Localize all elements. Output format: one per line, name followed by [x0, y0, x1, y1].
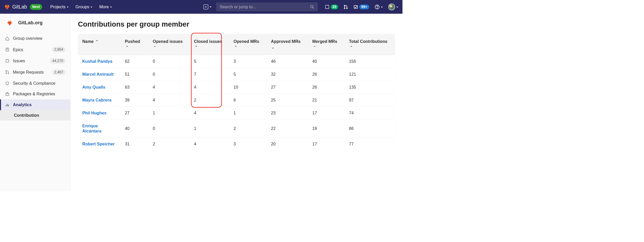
sidebar-nav: Group overviewEpics2,654Issues44,270Merg…: [0, 32, 70, 122]
col-header-name[interactable]: Name ⌃: [78, 34, 121, 55]
sidebar-item-epics[interactable]: Epics2,654: [0, 44, 70, 55]
brand-area[interactable]: GitLab Next: [4, 4, 42, 10]
table-row: Mayra Cabrera39426252197: [78, 94, 395, 107]
cell-total: 97: [345, 94, 395, 107]
sidebar-item-analytics[interactable]: Analytics: [0, 99, 70, 110]
svg-point-5: [346, 8, 347, 9]
group-avatar: [5, 18, 15, 28]
col-header-merged-mrs[interactable]: Merged MRs ⌃: [308, 34, 345, 55]
top-nav: Projects Groups More: [50, 4, 112, 9]
svg-line-1: [313, 7, 314, 9]
member-link[interactable]: Marcel Amirault: [82, 72, 113, 77]
member-link[interactable]: Phil Hughes: [82, 111, 107, 115]
chart-icon: [5, 103, 10, 107]
issues-icon: [5, 59, 10, 63]
topbar-right: 25 99+: [325, 3, 398, 10]
cell-opened-mrs: 1: [229, 107, 267, 120]
shell: GitLab.org Group overviewEpics2,654Issue…: [0, 14, 403, 191]
cell-approved-mrs: 32: [267, 68, 308, 81]
sidebar-item-count: 44,270: [50, 58, 66, 64]
cell-closed-issues: 4: [190, 81, 229, 94]
col-header-pushed[interactable]: Pushed ⌃: [121, 34, 149, 55]
member-link[interactable]: Enrique Alcántara: [82, 123, 101, 133]
cell-total: 74: [345, 107, 395, 120]
sidebar-item-issues[interactable]: Issues44,270: [0, 55, 70, 67]
member-link[interactable]: Mayra Cabrera: [82, 98, 111, 103]
col-header-opened-issues[interactable]: Opened issues ⌃: [148, 34, 190, 55]
cell-pushed: 63: [121, 81, 149, 94]
table-row: Amy Qualls6344102726135: [78, 81, 395, 94]
cell-approved-mrs: 27: [267, 81, 308, 94]
sidebar-item-security-compliance[interactable]: Security & Compliance: [0, 78, 70, 89]
sort-asc-icon: ⌃: [313, 45, 316, 50]
search-icon: [310, 5, 314, 9]
svg-point-13: [6, 71, 6, 71]
cell-opened-issues: 2: [148, 137, 190, 150]
cell-total: 77: [345, 137, 395, 150]
nav-projects[interactable]: Projects: [50, 4, 69, 9]
cell-name: Phil Hughes: [78, 107, 121, 120]
sidebar-item-merge-requests[interactable]: Merge Requests2,487: [0, 67, 70, 78]
sidebar-item-group-overview[interactable]: Group overview: [0, 33, 70, 44]
nav-more[interactable]: More: [99, 4, 112, 9]
cell-opened-mrs: 2: [229, 120, 267, 137]
cell-closed-issues: 4: [190, 137, 229, 150]
svg-point-3: [344, 5, 345, 6]
help-menu[interactable]: [375, 4, 383, 9]
mr-icon: [5, 70, 10, 74]
epic-icon: [5, 48, 10, 52]
member-link[interactable]: Amy Qualls: [82, 85, 105, 90]
cell-total: 135: [345, 81, 395, 94]
table-header-row: Name ⌃Pushed ⌃Opened issues ⌃Closed issu…: [78, 34, 395, 55]
new-menu[interactable]: ＋: [203, 4, 211, 10]
cell-name: Enrique Alcántara: [78, 120, 121, 137]
col-header-total-contributions[interactable]: Total Contributions ⌃: [345, 34, 395, 55]
avatar: [388, 3, 395, 10]
cell-approved-mrs: 23: [267, 107, 308, 120]
cell-merged-mrs: 17: [308, 107, 345, 120]
cell-opened-mrs: 3: [229, 55, 267, 68]
gitlab-logo-icon: [6, 20, 13, 26]
brand-text: GitLab: [12, 4, 27, 10]
cell-opened-issues: 4: [148, 94, 190, 107]
table-row: Phil Hughes27141231774: [78, 107, 395, 120]
cell-closed-issues: 2: [190, 94, 229, 107]
cell-name: Marcel Amirault: [78, 68, 121, 81]
group-header[interactable]: GitLab.org: [0, 14, 70, 32]
member-link[interactable]: Kushal Pandya: [82, 59, 112, 64]
member-link[interactable]: Robert Speicher: [82, 142, 115, 146]
issues-icon: [325, 5, 330, 9]
issues-count-badge: 25: [331, 4, 338, 9]
col-header-closed-issues[interactable]: Closed issues ⌃: [190, 34, 229, 55]
chevron-down-icon: [210, 4, 212, 10]
sidebar-item-label: Merge Requests: [13, 70, 49, 75]
sidebar: GitLab.org Group overviewEpics2,654Issue…: [0, 14, 71, 191]
col-header-opened-mrs[interactable]: Opened MRs ⌃: [229, 34, 267, 55]
cell-pushed: 39: [121, 94, 149, 107]
user-menu[interactable]: [388, 3, 398, 10]
search-input[interactable]: [219, 4, 308, 9]
svg-point-15: [8, 73, 9, 74]
mr-shortcut[interactable]: [344, 5, 348, 9]
gitlab-logo-icon: [4, 4, 10, 10]
sidebar-item-label: Security & Compliance: [13, 81, 65, 86]
cell-total: 86: [345, 120, 395, 137]
col-header-approved-mrs[interactable]: Approved MRs ⌄: [267, 34, 308, 55]
sidebar-item-packages-registries[interactable]: Packages & Registries: [0, 89, 70, 99]
cell-total: 121: [345, 68, 395, 81]
cell-merged-mrs: 26: [308, 68, 345, 81]
nav-groups[interactable]: Groups: [75, 4, 93, 9]
todos-shortcut[interactable]: 99+: [353, 4, 369, 9]
page-title: Contributions per group member: [78, 20, 395, 28]
table-row: Enrique Alcántara40012221986: [78, 120, 395, 137]
merge-request-icon: [344, 5, 348, 9]
svg-point-14: [6, 73, 6, 74]
sort-asc-icon: ⌃: [350, 45, 353, 50]
issues-shortcut[interactable]: 25: [325, 4, 338, 9]
sidebar-subitem-contribution[interactable]: Contribution: [0, 110, 70, 120]
topbar: GitLab Next Projects Groups More ＋ 25 99…: [0, 0, 403, 14]
sidebar-item-label: Analytics: [13, 102, 65, 107]
global-search[interactable]: [216, 2, 318, 11]
svg-rect-2: [325, 5, 329, 9]
cell-pushed: 27: [121, 107, 149, 120]
